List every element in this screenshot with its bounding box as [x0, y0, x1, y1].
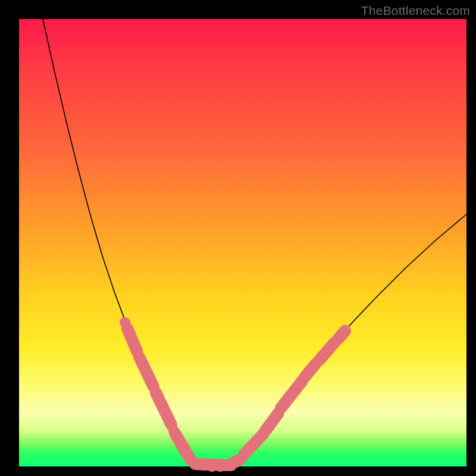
chart-frame: TheBottleneck.com: [0, 0, 476, 476]
marker-dot: [340, 325, 350, 336]
watermark-text: TheBottleneck.com: [361, 4, 470, 18]
plot-area: [19, 19, 466, 466]
bottleneck-curve: [43, 19, 466, 466]
marker-dots: [120, 317, 350, 472]
curve-svg: [19, 19, 466, 466]
